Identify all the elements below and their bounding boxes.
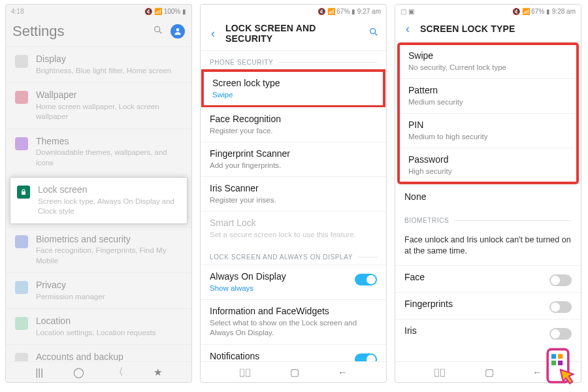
item-title: Information and FaceWidgets: [210, 306, 377, 318]
app-bar: Settings: [6, 18, 191, 47]
nav-bar: ⌷⌷ ▢ ←: [201, 361, 386, 382]
svg-point-3: [370, 29, 376, 34]
settings-item-lock-screen[interactable]: Lock screen Screen lock type, Always On …: [10, 177, 188, 224]
iris-toggle[interactable]: [549, 328, 572, 340]
item-title: Password: [408, 154, 568, 166]
account-avatar[interactable]: [171, 24, 185, 39]
home-button[interactable]: ◯: [73, 367, 84, 378]
biometric-iris[interactable]: Iris: [395, 319, 581, 346]
lock-type-list: Swipe No security, Current lock type Pat…: [395, 42, 581, 361]
lock-type-pin[interactable]: PIN Medium to high security: [399, 113, 577, 148]
search-icon[interactable]: [368, 27, 380, 40]
shield-icon: [15, 235, 28, 248]
section-phone-security: PHONE SECURITY: [201, 51, 386, 70]
item-title: PIN: [408, 120, 568, 131]
item-title: Iris: [404, 325, 542, 337]
item-title: Fingerprints: [404, 299, 542, 310]
biometric-face[interactable]: Face: [395, 265, 581, 292]
fingerprints-toggle[interactable]: [549, 301, 572, 313]
settings-item-biometrics[interactable]: Biometrics and security Face recognition…: [6, 227, 191, 273]
face-toggle[interactable]: [549, 274, 572, 286]
status-indicators: 🔇 📶 100% ▮: [144, 8, 186, 15]
lock-icon: [17, 186, 30, 199]
back-button[interactable]: ←: [532, 367, 542, 378]
location-icon: [15, 317, 28, 330]
search-icon[interactable]: [152, 25, 164, 38]
item-title: Face: [404, 272, 542, 284]
item-title: Always On Display: [210, 271, 347, 283]
back-button[interactable]: ←: [338, 367, 348, 378]
lock-type-swipe[interactable]: Swipe No security, Current lock type: [399, 44, 577, 78]
settings-item-themes[interactable]: Themes Downloadable themes, wallpapers, …: [6, 129, 191, 175]
lock-type-pattern[interactable]: Pattern Medium security: [399, 78, 577, 113]
app-bar: ‹ LOCK SCREEN AND SECURITY: [201, 18, 386, 51]
home-button[interactable]: ▢: [290, 367, 299, 378]
lock-type-group: Swipe No security, Current lock type Pat…: [399, 44, 577, 182]
nav-bar: ||| ◯ 〈 ★: [6, 361, 191, 382]
item-title: None: [404, 191, 572, 203]
item-title: Fingerprint Scanner: [210, 148, 377, 160]
back-icon[interactable]: ‹: [207, 27, 219, 39]
item-title: Face Recognition: [210, 114, 377, 125]
item-subtitle: Home screen wallpaper, Lock screen wallp…: [36, 102, 182, 122]
security-list: PHONE SECURITY Screen lock type Swipe Fa…: [201, 51, 386, 361]
app-bar: ‹ SCREEN LOCK TYPE: [395, 18, 581, 42]
item-subtitle: Face recognition, Fingerprints, Find My …: [36, 246, 182, 266]
recents-button[interactable]: |||: [35, 367, 43, 378]
settings-item-location[interactable]: Location Location settings, Location req…: [6, 308, 191, 344]
aod-toggle[interactable]: [355, 274, 377, 286]
settings-screen: 4:18 🔇 📶 100% ▮ Settings Display Brightn…: [5, 4, 192, 383]
item-title: Smart Lock: [210, 218, 377, 229]
item-subtitle: Register your irises.: [210, 195, 377, 206]
item-subtitle: Permission manager: [36, 292, 182, 302]
item-always-on-display[interactable]: Always On Display Show always: [201, 265, 386, 299]
lock-type-password[interactable]: Password High security: [399, 148, 577, 182]
back-button[interactable]: 〈: [114, 366, 123, 378]
settings-item-display[interactable]: Display Brightness, Blue light filter, H…: [6, 47, 191, 82]
page-title: SCREEN LOCK TYPE: [420, 24, 574, 34]
biometric-fingerprints[interactable]: Fingerprints: [395, 292, 581, 319]
recents-button[interactable]: ⌷⌷: [239, 367, 251, 378]
privacy-icon: [15, 281, 28, 294]
item-subtitle: High security: [408, 167, 568, 177]
svg-line-4: [375, 33, 377, 35]
item-subtitle: Show always: [210, 284, 347, 294]
star-button[interactable]: ★: [154, 367, 162, 378]
home-button[interactable]: ▢: [485, 367, 494, 378]
item-title: Themes: [36, 136, 182, 148]
lock-type-none[interactable]: None: [395, 185, 581, 209]
item-title: Swipe: [408, 50, 568, 62]
item-subtitle: Location settings, Location requests: [36, 328, 182, 338]
back-icon[interactable]: ‹: [402, 23, 414, 35]
biometrics-note: Face unlock and Iris unlock can't be tur…: [395, 228, 581, 265]
item-subtitle: Add your fingerprints.: [210, 161, 377, 171]
notifications-toggle[interactable]: [355, 353, 377, 361]
status-left-icons: ▢ ▣: [400, 8, 414, 15]
item-subtitle: Downloadable themes, wallpapers, and ico…: [36, 148, 182, 168]
item-title: Display: [36, 54, 182, 65]
recents-button[interactable]: ⌷⌷: [434, 367, 446, 378]
item-title: Iris Scanner: [210, 183, 377, 195]
item-subtitle: Medium to high security: [408, 132, 568, 142]
settings-item-wallpaper[interactable]: Wallpaper Home screen wallpaper, Lock sc…: [6, 82, 191, 129]
display-icon: [15, 55, 28, 68]
status-time: 4:18: [11, 8, 24, 15]
item-title: Accounts and backup: [36, 351, 182, 361]
svg-point-0: [155, 27, 160, 32]
settings-item-privacy[interactable]: Privacy Permission manager: [6, 272, 191, 308]
item-facewidgets[interactable]: Information and FaceWidgets Select what …: [201, 299, 386, 344]
item-subtitle: Screen lock type, Always On Display and …: [38, 197, 180, 217]
item-fingerprint-scanner[interactable]: Fingerprint Scanner Add your fingerprint…: [201, 142, 386, 176]
item-title: Screen lock type: [212, 78, 374, 90]
status-bar: 🔇 📶 67% ▮ 9:27 am: [201, 5, 386, 18]
item-iris-scanner[interactable]: Iris Scanner Register your irises.: [201, 176, 386, 211]
settings-item-accounts[interactable]: Accounts and backup Samsung Cloud, Smart…: [6, 344, 191, 361]
item-notifications[interactable]: Notifications On: [201, 344, 386, 361]
item-face-recognition[interactable]: Face Recognition Register your face.: [201, 107, 386, 142]
status-bar: ▢ ▣ 🔇 📶 67% ▮ 9:28 am: [395, 5, 581, 18]
item-title: Biometrics and security: [36, 234, 182, 246]
item-title: Notifications: [210, 351, 347, 361]
item-smart-lock: Smart Lock Set a secure screen lock to u…: [201, 211, 386, 246]
screen-lock-type-screen: ▢ ▣ 🔇 📶 67% ▮ 9:28 am ‹ SCREEN LOCK TYPE…: [395, 4, 581, 383]
item-screen-lock-type[interactable]: Screen lock type Swipe: [203, 71, 384, 106]
